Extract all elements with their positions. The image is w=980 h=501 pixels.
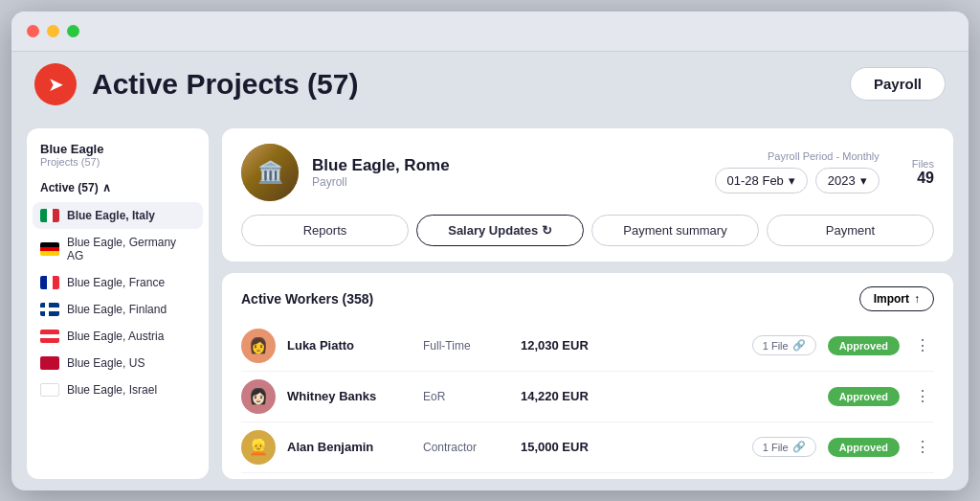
flag-austria <box>40 330 59 343</box>
worker-name: Luka Piatto <box>287 338 412 353</box>
sidebar-item-label: Blue Eagle, Germany AG <box>67 236 195 262</box>
company-display-name: Blue Eagle, Rome <box>312 156 702 175</box>
sidebar-item-finland[interactable]: Blue Eagle, Finland <box>27 296 209 323</box>
worker-salary: 14,220 EUR <box>521 389 728 403</box>
status-badge: Approved <box>828 387 900 406</box>
app-header: ➤ Active Projects (57) Payroll <box>11 52 969 117</box>
sidebar-item-label: Blue Eagle, Finland <box>67 303 167 316</box>
table-row: 👱 Alan Benjamin Contractor 15,000 EUR 1 … <box>241 422 934 473</box>
more-menu-button[interactable]: ⋮ <box>911 438 934 456</box>
tab-reports[interactable]: Reports <box>241 215 409 246</box>
sidebar-item-label: Blue Eagle, Austria <box>67 330 164 343</box>
avatar-image: 🏛️ <box>241 144 299 201</box>
more-menu-button[interactable]: ⋮ <box>911 387 934 405</box>
sidebar-item-label: Blue Eagle, France <box>67 276 165 289</box>
tab-payment-summary[interactable]: Payment summary <box>591 215 759 246</box>
sidebar-item-label: Blue Eagle, US <box>67 356 145 370</box>
period-selectors: 01-28 Feb ▾ 2023 ▾ <box>715 168 880 194</box>
flag-france <box>40 276 59 289</box>
payroll-button[interactable]: Payroll <box>850 67 946 101</box>
upload-icon: ↑ <box>914 292 920 306</box>
workers-list: 👩 Luka Piatto Full-Time 12,030 EUR 1 Fil… <box>241 321 934 479</box>
card-header: 🏛️ Blue Eagle, Rome Payroll Payroll Peri… <box>241 144 934 201</box>
tab-salary-updates[interactable]: Salary Updates ↻ <box>416 215 584 246</box>
company-name: Blue Eagle <box>40 142 195 156</box>
workers-title: Active Workers (358) <box>241 291 859 307</box>
company-card: 🏛️ Blue Eagle, Rome Payroll Payroll Peri… <box>222 128 953 262</box>
titlebar <box>11 11 969 52</box>
logo: ➤ <box>34 63 77 105</box>
sidebar-item-label: Blue Eagle, Italy <box>67 209 155 222</box>
sidebar: Blue Eagle Projects (57) Active (57) ∧ B… <box>27 128 209 479</box>
worker-type: EoR <box>423 390 509 403</box>
avatar: 👩🏻 <box>241 379 276 414</box>
worker-name: Whitney Banks <box>287 389 412 403</box>
avatar: 👱 <box>241 430 276 465</box>
sidebar-item-germany[interactable]: Blue Eagle, Germany AG <box>27 229 209 269</box>
company-info: Blue Eagle, Rome Payroll <box>312 156 702 189</box>
file-tag[interactable]: 1 File 🔗 <box>752 335 816 355</box>
tab-bar: Reports Salary Updates ↻ Payment summary… <box>241 215 934 246</box>
worker-type: Contractor <box>423 441 509 454</box>
avatar: 👩 <box>241 329 276 363</box>
sidebar-item-france[interactable]: Blue Eagle, France <box>27 269 209 296</box>
status-badge: Approved <box>828 438 900 457</box>
flag-germany <box>40 242 59 256</box>
table-row: 👩 Luka Piatto Full-Time 12,030 EUR 1 Fil… <box>241 321 934 372</box>
sidebar-item-label: Blue Eagle, Israel <box>67 383 157 397</box>
worker-salary: 15,000 EUR <box>521 440 741 454</box>
files-section: Files 49 <box>912 158 934 187</box>
main-content: Blue Eagle Projects (57) Active (57) ∧ B… <box>11 117 969 490</box>
page-title: Active Projects (57) <box>92 68 835 101</box>
content-area: 🏛️ Blue Eagle, Rome Payroll Payroll Peri… <box>222 128 953 479</box>
flag-italy <box>40 209 59 222</box>
close-button[interactable] <box>27 25 39 37</box>
flag-finland <box>40 303 59 316</box>
period-label: Payroll Period - Monthly <box>768 150 880 162</box>
import-button[interactable]: Import ↑ <box>859 286 934 311</box>
files-count: 49 <box>917 170 934 187</box>
minimize-button[interactable] <box>47 25 59 37</box>
files-label: Files <box>912 158 934 170</box>
logo-icon: ➤ <box>48 73 64 96</box>
more-menu-button[interactable]: ⋮ <box>911 336 934 354</box>
workers-card: Active Workers (358) Import ↑ 👩 Luka Pia… <box>222 273 953 479</box>
worker-salary: 12,030 EUR <box>521 338 741 353</box>
table-row: 👩🏻 Whitney Banks EoR 14,220 EUR Approved… <box>241 372 934 422</box>
chevron-up-icon: ∧ <box>102 181 111 194</box>
period-select[interactable]: 01-28 Feb ▾ <box>715 168 808 194</box>
company-avatar: 🏛️ <box>241 144 299 201</box>
sidebar-item-israel[interactable]: Blue Eagle, Israel <box>27 376 209 403</box>
sidebar-item-austria[interactable]: Blue Eagle, Austria <box>27 323 209 350</box>
sidebar-section-active: Active (57) ∧ <box>27 177 209 202</box>
chevron-down-icon: ▾ <box>789 173 795 188</box>
worker-name: Alan Benjamin <box>287 440 412 454</box>
maximize-button[interactable] <box>67 25 79 37</box>
paperclip-icon: 🔗 <box>792 441 806 453</box>
workers-header: Active Workers (358) Import ↑ <box>241 286 934 311</box>
sidebar-item-italy[interactable]: Blue Eagle, Italy <box>33 202 203 229</box>
company-subtitle: Payroll <box>312 175 702 189</box>
year-select[interactable]: 2023 ▾ <box>815 168 880 194</box>
sidebar-item-us[interactable]: Blue Eagle, US <box>27 350 209 376</box>
flag-us <box>40 356 59 370</box>
flag-israel <box>40 383 59 397</box>
table-row: 👩🏼 Veronica Kennard Full-Time 21,772 EUR… <box>241 473 934 479</box>
file-tag[interactable]: 1 File 🔗 <box>752 437 816 457</box>
chevron-down-icon: ▾ <box>860 173 867 188</box>
period-section: Payroll Period - Monthly 01-28 Feb ▾ 202… <box>715 150 880 194</box>
tab-payment[interactable]: Payment <box>767 215 934 246</box>
paperclip-icon: 🔗 <box>792 339 806 352</box>
sidebar-company: Blue Eagle Projects (57) <box>27 142 209 177</box>
worker-type: Full-Time <box>423 339 509 353</box>
main-window: ➤ Active Projects (57) Payroll Blue Eagl… <box>11 11 969 490</box>
projects-label: Projects (57) <box>40 156 195 168</box>
status-badge: Approved <box>828 336 900 355</box>
